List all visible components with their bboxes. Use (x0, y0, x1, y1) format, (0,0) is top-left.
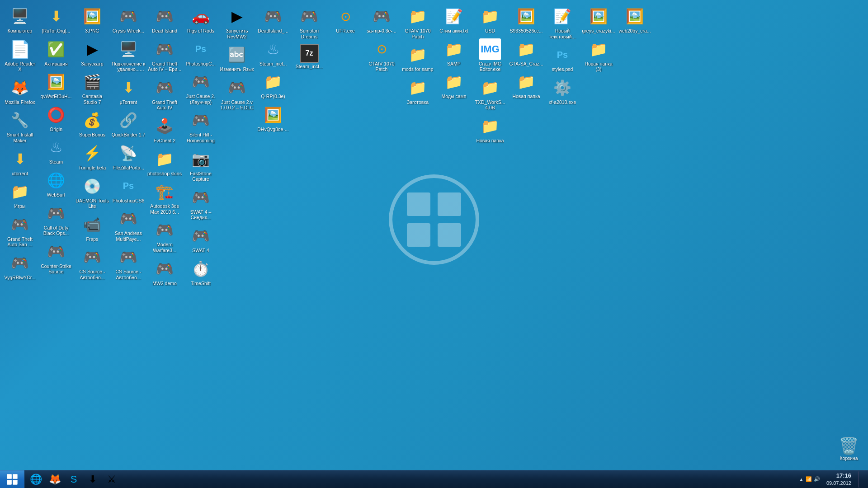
icon-novaya-papka2[interactable]: 📁 Новая папка (508, 69, 544, 101)
icon-vygrrliwy[interactable]: 🎮 VygRRlwYCr... (2, 250, 38, 282)
icon-s93350526[interactable]: 🖼️ S93350526cc... (508, 4, 544, 36)
icon-just-cause2-dlc[interactable]: 🎮 Just Cause 2.v 1.0.0.2 – 9.DLC (219, 75, 255, 113)
icon-steam[interactable]: ♨ Steam (38, 135, 74, 167)
icon-callofduty[interactable]: 🎮 Call of Duty Black Ops... (38, 201, 74, 238)
icon-crysis[interactable]: 🎮 Crysis Wreck... (110, 4, 146, 36)
icon-autodesk[interactable]: 🏗️ Autodesk 3ds Max 2010 6... (146, 179, 183, 216)
icon-xf-a2010[interactable]: ⚙️ xf-a2010.exe (544, 75, 580, 107)
icon-san-multi[interactable]: 🎮 San Andreas MultiPaye... (110, 206, 146, 244)
start-button[interactable] (0, 470, 24, 488)
icon-photoshop-skins[interactable]: 📁 photoshop skins (146, 146, 183, 178)
taskbar-right: ▲ 📶 🔊 17:16 09.07.2012 (795, 471, 868, 488)
icon-col-usd: 📁 USD IMG Crazy IMG Editor.exe 📁 TXD_Wor… (472, 4, 508, 145)
icon-rutor[interactable]: ⬇ [RuTor.Org]... (38, 4, 74, 36)
icon-dead-island[interactable]: 🎮 Dead Island (146, 4, 183, 36)
icon-greys-crazy[interactable]: 🖼️ greys_crazyki... (580, 4, 617, 36)
icon-camtasia[interactable]: 🎬 Camtasia Studio 7 (74, 69, 110, 107)
icon-web20by[interactable]: 🖼️ web20by_cra... (617, 4, 653, 36)
icon-qvwvef[interactable]: 🖼️ qvWvrEfBuH... (38, 69, 74, 101)
icon-mody-samp[interactable]: 📁 Моды самп (436, 69, 472, 101)
icon-fvcheat[interactable]: 🕹️ FvCheat 2 (146, 113, 183, 145)
icon-photoshopcs6[interactable]: Ps PhotoshopCS6 (110, 174, 146, 206)
icon-podkl[interactable]: 🖥️ Подключение к удалено... Ери... (110, 37, 146, 74)
icon-gta-iv-bri[interactable]: 🎮 Grand Theft Auto IV – Ери... (146, 37, 183, 74)
icon-timeshift[interactable]: ⏱️ TimeShift (183, 256, 219, 288)
icon-zagotovka[interactable]: 📁 Заготовка (400, 75, 436, 107)
icon-gta-san[interactable]: 🎮 Grand Theft Auto San ... (2, 212, 38, 249)
icon-utorrent[interactable]: ⬇ utorrent (2, 146, 38, 178)
icon-computer[interactable]: 🖥️ Компьютер (2, 4, 38, 36)
icon-swat4[interactable]: 🎮 SWAT 4 (183, 223, 219, 255)
icon-zapustit-rev[interactable]: ▶ Запустить RevMW2 (219, 4, 255, 41)
icon-steam-incl[interactable]: ♨ Steam_incl... (255, 37, 291, 69)
icon-gta-sa-craz[interactable]: 📁 GTA-SA_Craz... (508, 37, 544, 69)
icon-swat4-sind[interactable]: 🎮 SWAT 4 – Синдик... (183, 185, 219, 222)
icon-origin[interactable]: ⭕ Origin (38, 102, 74, 134)
icon-mw2demo[interactable]: 🎮 CS Source - Автообно... (110, 244, 146, 282)
icon-usd[interactable]: 📁 USD (472, 4, 508, 36)
icon-css-auto[interactable]: 🎮 CS Source - Автообно... (74, 244, 110, 282)
icon-noviy-text[interactable]: 📝 Новый текстовый... (544, 4, 580, 41)
icon-modern-warfare[interactable]: 🎮 Modern Warfare3... (146, 217, 183, 255)
icon-utorrent2[interactable]: ⬇ µTorrent (110, 75, 146, 107)
icon-gta-iv[interactable]: 🎮 Grand Theft Auto IV (146, 75, 183, 113)
volume-icon[interactable]: 🔊 (814, 476, 820, 482)
icon-adobe[interactable]: 📄 Adobe Reader X (2, 37, 38, 74)
icon-styles-psd[interactable]: Ps styles.psd (544, 42, 580, 74)
icon-3png[interactable]: 🖼️ 3.PNG (74, 4, 110, 36)
icon-col-7: ▶ Запустить RevMW2 🔤 Изменить Язык 🎮 Jus… (219, 4, 255, 113)
icon-filezilla[interactable]: 📡 FileZillaPorta... (110, 141, 146, 173)
icon-faststone[interactable]: 📷 FastStone Capture (183, 146, 219, 184)
icon-rigs-of-rods[interactable]: 🚗 Rigs of Rods (183, 4, 219, 36)
icon-firefox[interactable]: 🦊 Mozilla Firefox (2, 75, 38, 107)
icon-col-8: 🎮 DeadIsland_... ♨ Steam_incl... 📁 Q-RP(… (255, 4, 291, 134)
icon-websurf[interactable]: 🌐 WebSurf (38, 168, 74, 200)
icon-col-4: 🎮 Crysis Wreck... 🖥️ Подключение к удале… (110, 4, 146, 282)
start-icon (6, 473, 19, 486)
icon-gta-patch[interactable]: 📁 GTAIV 1070 Patch (400, 4, 436, 41)
icon-sa-mp[interactable]: 🎮 sa-mp-0.3e-... (363, 4, 400, 36)
icon-novaya-papka[interactable]: 📁 Новая папка (472, 113, 508, 145)
recycle-bin[interactable]: 🗑️ Корзина (839, 436, 859, 461)
icon-col-txt: 📝 Новый текстовый... Ps styles.psd ⚙️ xf… (544, 4, 580, 107)
skype-icon: S (71, 474, 77, 485)
icon-7zip[interactable]: 7z Steam_incl... (291, 42, 327, 71)
show-desktop-button[interactable] (859, 471, 864, 488)
taskbar-ie[interactable]: 🌐 (27, 471, 45, 488)
taskbar-firefox[interactable]: 🦊 (46, 471, 64, 488)
icon-sumotori[interactable]: 🎮 Sumotori Dreams (291, 4, 327, 41)
icon-deadisland2[interactable]: 🎮 DeadIsland_... (255, 4, 291, 36)
icon-quickbinder[interactable]: 🔗 QuickBinder 1.7 (110, 108, 146, 140)
icon-mw2demo2[interactable]: 🎮 MW2 demo (146, 256, 183, 288)
icon-zapuskat[interactable]: ▶ Запускатр (74, 37, 110, 69)
icon-aktivacia[interactable]: ✅ Активация (38, 37, 74, 69)
icon-cs-source[interactable]: 🎮 Counter-Strike Source (38, 239, 74, 277)
icon-dhvqvg[interactable]: 🖼️ DHvQvg8oe-... (255, 102, 291, 134)
clock[interactable]: 17:16 09.07.2012 (823, 472, 855, 486)
icon-izmenit[interactable]: 🔤 Изменить Язык (219, 42, 255, 74)
icon-smart-install[interactable]: 🔧 Smart Install Maker (2, 108, 38, 145)
icon-qrp[interactable]: 📁 Q-RP(0.3e) (255, 69, 291, 101)
taskbar-app5[interactable]: ⚔ (103, 471, 121, 488)
icon-just-cause2[interactable]: 🎮 Just Cause 2.(Лаунчер) (183, 69, 219, 107)
icon-tunngle[interactable]: ⚡ Tunngle beta (74, 141, 110, 173)
icon-ufe[interactable]: ⊙ UFR.exe (327, 4, 363, 36)
icon-photoshop-c[interactable]: Ps PhotoshopC... (183, 37, 219, 69)
icon-daemon[interactable]: 💿 DAEMON Tools Lite (74, 174, 110, 211)
icon-crazyimg[interactable]: IMG Crazy IMG Editor.exe (472, 37, 508, 74)
icon-mods-for-samp[interactable]: 📁 mods for samp (400, 42, 436, 74)
icon-stim-akki[interactable]: 📝 Стим акки.txt (436, 4, 472, 36)
icon-ufr-staler[interactable]: ⊙ GTAIV 1070 Patch (363, 37, 400, 74)
icon-samp-folder[interactable]: 📁 SAMP (436, 37, 472, 69)
taskbar-skype[interactable]: S (65, 471, 83, 488)
icon-novaya-papka3[interactable]: 📁 Новая папка (3) (580, 37, 617, 74)
taskbar-utorrent[interactable]: ⬇ (84, 471, 102, 488)
svg-rect-7 (7, 480, 11, 485)
network-icon[interactable]: 📶 (806, 476, 812, 482)
tray-up-icon[interactable]: ▲ (799, 477, 804, 482)
icon-igry[interactable]: 📁 Игры (2, 179, 38, 211)
icon-superbonus[interactable]: 💰 SuperBonus (74, 108, 110, 140)
icon-txd-works[interactable]: 📁 TXD_WorkS... 4.0B (472, 75, 508, 113)
icon-silent-hill[interactable]: 🎮 Silent Hill - Homecoming (183, 108, 219, 145)
icon-fraps[interactable]: 📹 Fraps (74, 212, 110, 244)
